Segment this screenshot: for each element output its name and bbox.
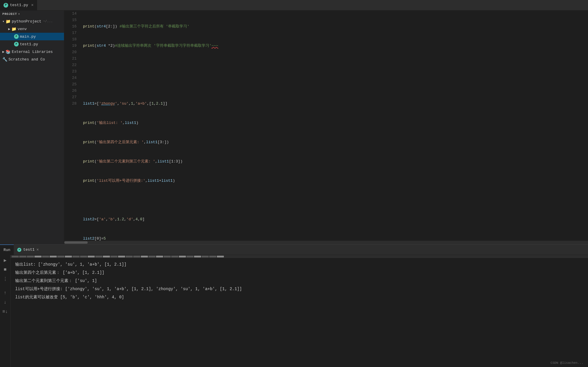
line-num: 24 (64, 75, 77, 81)
minimap-block (156, 256, 163, 257)
sidebar-item-label: Scratches and Co (8, 57, 45, 62)
minimap-block (164, 256, 171, 257)
sort-button[interactable]: ≡↓ (2, 308, 9, 315)
tab-close-icon[interactable]: × (31, 3, 33, 8)
py-file-icon: P (14, 42, 19, 46)
line-num: 20 (64, 49, 77, 56)
expand-icon: ▾ (2, 19, 4, 24)
scroll-down-button[interactable]: ↓ (2, 299, 9, 306)
more-options-button[interactable]: ⋮ (2, 276, 9, 283)
code-line-25: list2[0]=5 (83, 236, 588, 241)
sidebar-item-label: test1.py (20, 42, 38, 46)
line-num: 28 (64, 101, 77, 107)
sidebar-item-venv[interactable]: ▶ 📁 venv (0, 25, 64, 33)
minimap-block (19, 256, 26, 257)
sidebar-item-scratches[interactable]: 🔧 Scratches and Co (0, 56, 64, 63)
line-num: 23 (64, 68, 77, 75)
code-line-20: print('输出第四个之后第元素: ',list1[3:]) (83, 139, 588, 146)
sidebar-item-label: External Libraries (12, 50, 53, 54)
line-num: 22 (64, 62, 77, 68)
panel-tab-bar: Run P test1 × (0, 245, 588, 255)
panel-tab-run[interactable]: Run (0, 245, 14, 255)
code-editor[interactable]: print(str4[2:]) #输出第三个字符之后所有 '串截取学习' pri… (80, 11, 588, 241)
code-line-17 (83, 81, 588, 88)
expand-icon: ▶ (2, 50, 4, 54)
minimap-block (72, 256, 79, 257)
sidebar-title: Project (2, 12, 17, 16)
code-line-14: print(str4[2:]) #输出第三个字符之后所有 '串截取学习' (83, 23, 588, 30)
terminal-area: 输出list: ['zhongy', 'su', 1, 'a+b', [1, 2… (11, 255, 588, 367)
line-num: 21 (64, 56, 77, 62)
output-line-3: 输出第二个元素到第三个元素： ['su', 1] (15, 277, 583, 285)
sidebar-item-label: pythonProject (12, 19, 41, 24)
sidebar: Project ▾ ▾ 📁 pythonProject ~/... ▶ 📁 ve… (0, 11, 64, 244)
editor-tab-test1[interactable]: P test1.py × (0, 0, 37, 10)
main-area: Project ▾ ▾ 📁 pythonProject ~/... ▶ 📁 ve… (0, 11, 588, 244)
minimap-block (42, 256, 49, 257)
stop-button[interactable]: ■ (2, 266, 9, 273)
line-num: 16 (64, 23, 77, 30)
minimap-block (179, 256, 186, 257)
py-file-icon: P (4, 3, 8, 8)
minimap-block (95, 256, 102, 257)
chevron-down-icon: ▾ (18, 12, 20, 16)
line-num: 27 (64, 94, 77, 101)
editor-area: 14 15 16 17 18 19 20 21 22 23 24 25 26 2… (64, 11, 588, 244)
line-num: 25 (64, 81, 77, 88)
minimap-block (171, 256, 178, 257)
minimap-block (80, 256, 87, 257)
scrollbar-thumb[interactable] (64, 241, 88, 244)
line-num: 26 (64, 88, 77, 94)
editor-scrollbar[interactable] (64, 241, 588, 244)
line-num: 17 (64, 30, 77, 36)
sidebar-item-external-libraries[interactable]: ▶ 📚 External Libraries (0, 48, 64, 56)
minimap-block (27, 256, 34, 257)
scroll-up-button[interactable]: ↑ (2, 290, 9, 297)
minimap-block (194, 256, 201, 257)
py-file-icon: P (14, 34, 19, 39)
code-line-15: print(str4 *2)#连续输出字符串两次 '字符串截取学习字符串截取学习… (83, 43, 588, 49)
minimap-block (12, 256, 19, 257)
minimap-block (34, 256, 41, 257)
bottom-panel: Run P test1 × ▶ ■ ⋮ ↑ ↓ ≡↓ (0, 244, 588, 367)
output-line-5: list的元素可以被改变 [5, 'b', 'c', 'hhh', 4, 0] (15, 293, 583, 301)
run-button[interactable]: ▶ (2, 257, 9, 264)
minimap-block (209, 256, 216, 257)
code-line-18: list1=['zhongy','su',1,'a+b',[1,2.1]] (83, 101, 588, 107)
sidebar-header: Project ▾ (0, 11, 64, 18)
panel-content: ▶ ■ ⋮ ↑ ↓ ≡↓ (0, 255, 588, 367)
line-numbers: 14 15 16 17 18 19 20 21 22 23 24 25 26 2… (64, 11, 80, 241)
minimap-block (118, 256, 125, 257)
minimap-block (133, 256, 140, 257)
code-line-21: print('输出第二个元素到第三个元素: ',list1[1:3]) (83, 158, 588, 165)
panel-run-label: test1 (23, 247, 34, 252)
line-num: 15 (64, 17, 77, 23)
code-line-23 (83, 197, 588, 203)
minimap-block (217, 256, 224, 257)
minimap-block (50, 256, 57, 257)
watermark: CSDN @lisachen... (551, 361, 583, 365)
code-line-22: print('list可以用+号进行拼接:',list1+list1) (83, 178, 588, 184)
terminal-mini-map (11, 255, 588, 258)
minimap-block (65, 256, 72, 257)
tab-label: test1.py (10, 3, 28, 7)
terminal-output: 输出list: ['zhongy', 'su', 1, 'a+b', [1, 2… (11, 258, 588, 367)
minimap-block (202, 256, 209, 257)
minimap-block (126, 256, 133, 257)
code-line-24: list2=['a','b',1.2,'d',4,0] (83, 216, 588, 223)
code-container[interactable]: 14 15 16 17 18 19 20 21 22 23 24 25 26 2… (64, 11, 588, 241)
tab-bar: P test1.py × (0, 0, 588, 11)
sidebar-item-label: main.py (20, 34, 36, 39)
panel-tab-test1[interactable]: P test1 × (14, 245, 42, 255)
panel-toolbar: ▶ ■ ⋮ ↑ ↓ ≡↓ (0, 255, 11, 367)
minimap-block (88, 256, 95, 257)
line-num: 19 (64, 43, 77, 49)
sidebar-item-mainpy[interactable]: P main.py (0, 33, 64, 40)
py-run-icon: P (17, 248, 21, 252)
panel-tab-close-icon[interactable]: × (36, 247, 39, 252)
expand-icon: ▶ (8, 27, 10, 31)
sidebar-item-pythonproject[interactable]: ▾ 📁 pythonProject ~/... (0, 18, 64, 25)
sidebar-item-test1py[interactable]: P test1.py (0, 40, 64, 48)
output-line-1: 输出list: ['zhongy', 'su', 1, 'a+b', [1, 2… (15, 260, 583, 269)
folder-icon: 📁 (11, 27, 16, 32)
